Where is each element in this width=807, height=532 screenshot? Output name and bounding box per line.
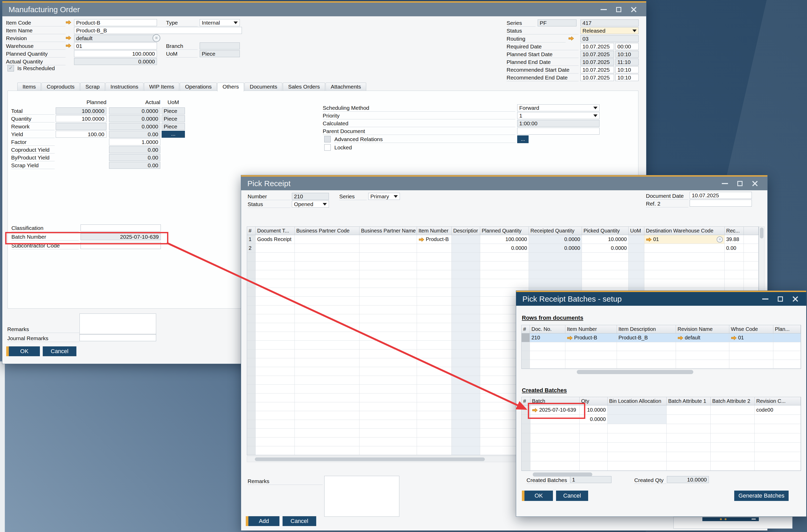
status-dropdown[interactable]: Released (580, 27, 639, 34)
table-cell[interactable] (295, 402, 359, 411)
table-cell[interactable] (417, 358, 452, 367)
table-cell[interactable] (247, 297, 256, 305)
table-row[interactable] (247, 262, 758, 270)
cancel-button[interactable]: Cancel (556, 491, 588, 501)
table-cell[interactable] (744, 270, 758, 279)
scrollbar-thumb[interactable] (577, 370, 693, 374)
table-cell[interactable] (607, 433, 667, 442)
table-cell[interactable] (417, 323, 452, 331)
actual-value-field[interactable]: 1.0000 (109, 138, 160, 146)
status-dropdown[interactable]: Opened (292, 201, 329, 208)
column-header[interactable]: Batch Attribute 2 (711, 397, 755, 405)
table-cell[interactable] (359, 253, 417, 261)
table-cell[interactable] (480, 253, 529, 261)
table-cell[interactable] (452, 437, 480, 446)
table-cell[interactable] (755, 415, 801, 424)
recommended-start-time-field[interactable]: 10:10 (615, 66, 639, 73)
table-cell[interactable] (295, 253, 359, 261)
table-cell[interactable] (725, 270, 744, 279)
table-cell[interactable] (247, 446, 256, 455)
table-cell[interactable] (628, 279, 644, 288)
table-cell[interactable] (256, 305, 295, 314)
table-cell[interactable] (256, 297, 295, 305)
table-cell[interactable] (607, 405, 667, 415)
table-cell[interactable] (607, 415, 667, 424)
table-cell[interactable] (580, 452, 607, 461)
table-cell[interactable] (676, 360, 729, 368)
table-cell[interactable] (247, 305, 256, 314)
link-arrow-icon[interactable] (418, 237, 425, 242)
remarks-textarea[interactable] (79, 314, 156, 334)
maximize-icon[interactable] (613, 5, 624, 14)
table-cell[interactable] (522, 443, 530, 452)
table-cell[interactable] (359, 385, 417, 393)
type-dropdown[interactable]: Internal (200, 19, 240, 26)
table-cell[interactable] (452, 297, 480, 305)
table-cell[interactable] (676, 342, 729, 351)
table-cell[interactable] (452, 244, 480, 252)
table-cell[interactable] (729, 342, 773, 351)
table-cell[interactable] (582, 262, 628, 270)
table-cell[interactable] (295, 270, 359, 279)
column-header[interactable]: Picked Quantity (582, 227, 628, 235)
column-header[interactable]: Planned Quantity (480, 227, 529, 235)
item-name-field[interactable]: Product-B_B (74, 27, 242, 34)
remarks-textarea[interactable] (324, 476, 399, 517)
table-cell[interactable] (256, 349, 295, 358)
table-row[interactable]: 20.00000.00000.00000.00 (247, 244, 758, 253)
column-header[interactable]: Doc. No. (530, 325, 565, 333)
table-cell[interactable] (247, 253, 256, 261)
table-cell[interactable] (452, 341, 480, 349)
table-cell[interactable] (580, 433, 607, 442)
branch-field[interactable] (200, 42, 240, 50)
table-cell[interactable] (359, 341, 417, 349)
table-cell[interactable] (667, 424, 711, 433)
table-cell[interactable] (359, 358, 417, 367)
required-time-field[interactable]: 00:00 (615, 43, 639, 50)
table-cell[interactable]: 01 (729, 334, 773, 342)
actual-value-field[interactable]: 0.00 (109, 162, 160, 169)
table-cell[interactable] (480, 262, 529, 270)
table-cell[interactable] (628, 253, 644, 261)
journal-remarks-field[interactable] (79, 334, 156, 341)
table-cell[interactable] (711, 415, 755, 424)
table-cell[interactable] (530, 342, 565, 351)
table-cell[interactable] (452, 402, 480, 411)
table-row[interactable] (522, 443, 801, 452)
maximize-icon[interactable] (775, 294, 786, 304)
table-cell[interactable] (667, 433, 711, 442)
table-cell[interactable]: default (676, 334, 729, 342)
routing-field[interactable]: 03 (580, 35, 639, 42)
planned-value-field[interactable]: 100.0000 (56, 115, 107, 122)
table-cell[interactable] (295, 323, 359, 331)
table-cell[interactable] (628, 262, 644, 270)
table-cell[interactable]: 0.0000 (582, 244, 628, 252)
table-cell[interactable] (452, 262, 480, 270)
created-batches-heading[interactable]: Created Batches (522, 387, 567, 394)
table-cell[interactable] (247, 429, 256, 437)
column-header[interactable]: Revision C... (755, 397, 801, 405)
recommended-end-time-field[interactable]: 10:10 (615, 74, 639, 81)
scheduling-method-dropdown[interactable]: Forward (517, 104, 600, 111)
table-cell[interactable] (295, 420, 359, 429)
table-row[interactable] (522, 360, 801, 369)
table-cell[interactable] (359, 244, 417, 252)
actual-value-field[interactable]: 0.00 (109, 154, 160, 161)
table-cell[interactable] (530, 424, 580, 433)
table-cell[interactable] (417, 314, 452, 323)
ok-button[interactable]: OK (522, 491, 553, 501)
close-icon[interactable] (749, 179, 761, 188)
column-header[interactable]: Revision Name (676, 325, 729, 333)
table-cell[interactable] (565, 351, 617, 360)
table-cell[interactable] (256, 262, 295, 270)
table-cell[interactable] (417, 402, 452, 411)
table-cell[interactable] (256, 358, 295, 367)
link-arrow-icon[interactable] (731, 336, 737, 340)
table-cell[interactable] (725, 279, 744, 288)
column-header[interactable]: Plan... (773, 325, 801, 333)
table-cell[interactable] (582, 279, 628, 288)
table-cell[interactable] (247, 279, 256, 288)
table-cell[interactable] (755, 424, 801, 433)
table-cell[interactable] (295, 235, 359, 244)
table-cell[interactable] (256, 270, 295, 279)
